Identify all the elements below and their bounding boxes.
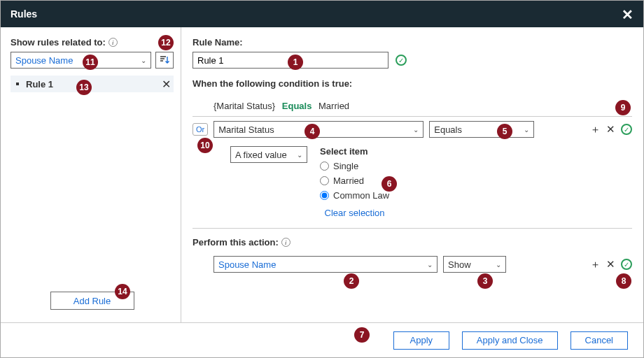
select-item-label: Select item [320,146,389,157]
radio-option[interactable]: Common Law [320,190,389,201]
radio-option[interactable]: Single [320,161,389,171]
condition-summary: {Marital Status} Equals Married [192,96,632,116]
chevron-down-icon: ⌄ [496,261,501,268]
confirm-action-icon[interactable]: ✓ [621,259,632,270]
action-row: Spouse Name ⌄ Show ⌄ ＋ ✕ ✓ [214,256,632,273]
confirm-condition-icon[interactable]: ✓ [621,124,632,135]
value-type-select[interactable]: A fixed value ⌄ [230,146,307,163]
modal-header: Rules ✕ [1,1,643,27]
remove-action-icon[interactable]: ✕ [606,258,615,271]
add-action-icon[interactable]: ＋ [590,258,601,271]
modal-footer: Apply Apply and Close Cancel [1,322,643,357]
chevron-down-icon: ⌄ [427,261,433,268]
info-icon[interactable]: i [108,38,118,47]
right-panel: Rule Name: ✓ When the following conditio… [181,27,643,322]
check-icon: ✓ [396,55,407,66]
operator-select[interactable]: Equals ⌄ [429,121,534,138]
pencil-icon[interactable] [618,100,628,112]
rule-name-label: Rule Name: [192,37,632,48]
action-op-select[interactable]: Show ⌄ [443,256,506,273]
chevron-down-icon: ⌄ [141,57,146,64]
perform-action-label: Perform this action: i [192,237,632,248]
close-icon[interactable]: ✕ [622,6,634,23]
sort-button[interactable] [155,52,174,69]
field-select[interactable]: Marital Status ⌄ [214,121,424,138]
rule-name-input[interactable] [192,52,388,69]
modal-title: Rules [10,8,37,20]
cancel-button[interactable]: Cancel [570,331,628,350]
bullet-icon [16,83,19,85]
filter-select[interactable]: Spouse Name ⌄ [10,52,151,69]
info-icon[interactable]: i [281,238,290,247]
radio-option[interactable]: Married [320,176,389,186]
add-condition-icon[interactable]: ＋ [590,123,601,136]
chevron-down-icon: ⌄ [413,126,419,134]
rule-list: Rule 1 ✕ [10,76,174,292]
action-field-select[interactable]: Spouse Name ⌄ [214,256,438,273]
condition-edit-row: Or Marital Status ⌄ Equals ⌄ ＋ ✕ ✓ [192,121,632,138]
apply-and-close-button[interactable]: Apply and Close [462,331,558,350]
apply-button[interactable]: Apply [393,331,449,350]
condition-label: When the following condition is true: [192,78,632,89]
filter-label: Show rules related to: i [10,37,174,48]
remove-condition-icon[interactable]: ✕ [606,123,615,136]
rule-list-item[interactable]: Rule 1 ✕ [10,76,174,92]
remove-rule-icon[interactable]: ✕ [162,78,171,91]
or-toggle[interactable]: Or [192,123,208,136]
clear-selection-link[interactable]: Clear selection [320,208,389,218]
chevron-down-icon: ⌄ [297,151,302,159]
value-radio-group: Single Married Common Law [320,161,389,201]
left-panel: Show rules related to: i Spouse Name ⌄ R… [1,27,181,322]
chevron-down-icon: ⌄ [524,126,529,134]
add-rule-button[interactable]: Add Rule [50,292,134,310]
